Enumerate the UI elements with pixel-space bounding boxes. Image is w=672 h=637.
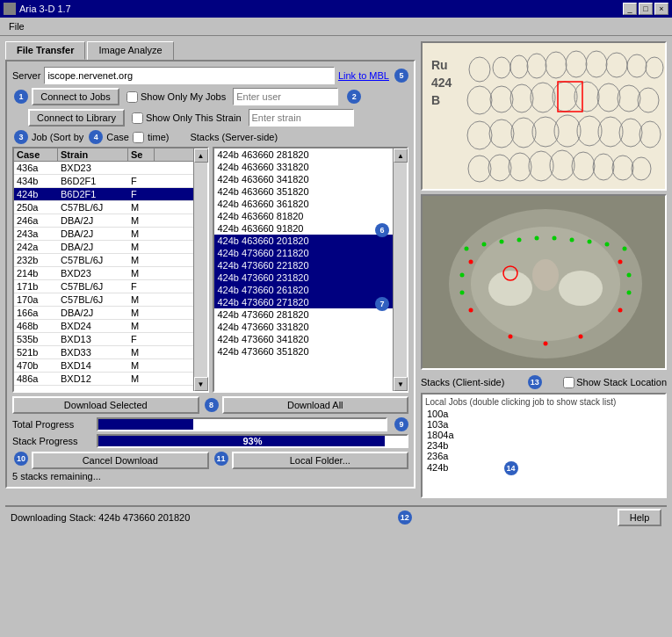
list-item[interactable]: 100a — [425, 409, 662, 419]
user-input[interactable] — [233, 88, 338, 105]
list-item[interactable]: 424b 14 — [425, 461, 662, 475]
list-item[interactable]: 424b 463660 81820 — [214, 210, 394, 222]
job-list-scrollbar[interactable]: ▲ ▼ — [193, 148, 207, 391]
window-title: Aria 3-D 1.7 — [19, 4, 71, 14]
list-item[interactable]: 424b 463660 91820 6 — [214, 222, 394, 235]
list-item[interactable]: 424b 463660 281820 — [214, 148, 394, 161]
list-item[interactable]: 424b 473660 331820 — [214, 321, 394, 333]
stacks-list-scrollbar[interactable]: ▲ ▼ — [393, 148, 407, 391]
scroll-up-btn[interactable]: ▲ — [194, 148, 208, 163]
title-bar: Aria 3-D 1.7 _ □ × — [0, 0, 672, 18]
stacks-scroll-down-btn[interactable]: ▼ — [394, 377, 408, 391]
svg-point-54 — [553, 236, 557, 241]
app-icon — [4, 3, 16, 15]
list-item[interactable]: 424b 473660 271820 7 — [214, 296, 394, 308]
time-sort-checkbox[interactable] — [133, 132, 144, 143]
server-label: Server — [12, 70, 40, 81]
link-to-mbl-button[interactable]: Link to MBL — [338, 70, 389, 81]
list-item[interactable]: 424b 473660 211820 — [214, 247, 394, 259]
table-row[interactable]: 468bBXD24M — [14, 320, 193, 333]
local-folder-button[interactable]: Local Folder... — [232, 452, 409, 469]
maximize-button[interactable]: □ — [639, 3, 653, 15]
list-item[interactable]: 236a — [425, 451, 662, 461]
list-item[interactable]: 424b 473660 221820 — [214, 259, 394, 271]
table-row[interactable]: 171bC57BL/6JF — [14, 280, 193, 293]
stacks-scroll-track[interactable] — [394, 163, 407, 377]
svg-point-53 — [535, 236, 539, 241]
stacks-scroll-up-btn[interactable]: ▲ — [394, 148, 408, 163]
file-menu[interactable]: File — [4, 19, 30, 33]
total-progress-row: Total Progress 33% 9 — [12, 417, 408, 431]
svg-point-46 — [559, 271, 603, 306]
badge-14: 14 — [504, 461, 518, 475]
list-item[interactable]: 424b 463660 361820 — [214, 198, 394, 210]
list-item[interactable]: 424b 463660 351820 — [214, 185, 394, 198]
right-panel: Ru 424 B — [421, 41, 667, 498]
badge-7: 7 — [375, 297, 389, 311]
list-item[interactable]: 424b 473660 281820 — [214, 308, 394, 321]
list-item[interactable]: 424b 463660 341820 — [214, 173, 394, 185]
table-row[interactable]: 243aDBA/2JM — [14, 228, 193, 241]
scroll-track[interactable] — [194, 163, 207, 377]
svg-point-47 — [532, 259, 559, 291]
table-row[interactable]: 434bB6D2F1F — [14, 175, 193, 188]
client-stacks-label-text: Stacks (Client-side) — [421, 377, 504, 387]
close-button[interactable]: × — [654, 3, 668, 15]
svg-point-52 — [517, 238, 522, 242]
svg-point-63 — [469, 260, 473, 264]
svg-point-68 — [509, 335, 513, 339]
table-row[interactable]: 170aC57BL/6JM — [14, 293, 193, 307]
strain-input[interactable] — [249, 109, 354, 127]
table-row[interactable]: 166aDBA/2JM — [14, 307, 193, 320]
strain-header: Strain — [58, 148, 128, 161]
downloading-status: Downloading Stack: 424b 473660 201820 — [11, 512, 190, 523]
show-stack-location-checkbox[interactable] — [563, 377, 574, 388]
table-row[interactable]: 242aDBA/2JM — [14, 241, 193, 254]
list-item[interactable]: 424b 473660 231820 — [214, 271, 394, 284]
list-item[interactable]: 424b 473660 261820 — [214, 284, 394, 296]
connect-library-button[interactable]: Connect to Library — [28, 109, 125, 127]
svg-point-62 — [627, 291, 632, 295]
download-all-button[interactable]: Download All — [222, 396, 409, 414]
cancel-download-button[interactable]: Cancel Download — [32, 452, 209, 469]
show-my-jobs-checkbox[interactable] — [126, 91, 138, 103]
table-row[interactable]: 436aBXD23 — [14, 162, 193, 175]
svg-point-45 — [488, 271, 532, 306]
download-selected-button[interactable]: Download Selected — [12, 396, 199, 414]
table-row[interactable]: 424bB6D2F1F — [14, 188, 193, 201]
tab-file-transfer[interactable]: File Transfer — [5, 41, 85, 60]
list-item[interactable]: 234b — [425, 440, 662, 451]
table-row[interactable]: 214bBXD23M — [14, 267, 193, 280]
server-input[interactable] — [44, 67, 335, 84]
list-item[interactable]: 424b 473660 351820 — [214, 345, 394, 358]
table-row[interactable]: 250aC57BL/6JM — [14, 201, 193, 214]
table-row[interactable]: 486aBXD12M — [14, 373, 193, 386]
list-item[interactable]: 424b 463660 201820 — [214, 235, 394, 247]
svg-point-66 — [618, 308, 623, 313]
job-list-rows: 436aBXD23 434bB6D2F1F 424bB6D2F1F 250aC5… — [14, 162, 193, 386]
stacks-list-rows: 424b 463660 281820 424b 463660 331820 42… — [214, 148, 394, 358]
minimize-button[interactable]: _ — [623, 3, 637, 15]
table-row[interactable]: 470bBXD14M — [14, 359, 193, 373]
svg-point-50 — [482, 242, 487, 247]
help-button[interactable]: Help — [618, 509, 661, 526]
scroll-down-btn[interactable]: ▼ — [194, 377, 208, 391]
list-item[interactable]: 424b 473660 341820 — [214, 333, 394, 345]
progress-section: Total Progress 33% 9 Stack Progress 93% — [12, 417, 408, 448]
tab-image-analyze[interactable]: Image Analyze — [87, 41, 173, 60]
list-item[interactable]: 103a — [425, 419, 662, 430]
connect-jobs-button[interactable]: Connect to Jobs — [32, 88, 119, 105]
table-row[interactable]: 246aDBA/2JM — [14, 214, 193, 228]
svg-text:B: B — [431, 93, 440, 107]
table-row[interactable]: 521bBXD33M — [14, 346, 193, 359]
list-item[interactable]: 424b 463660 331820 — [214, 161, 394, 173]
menu-bar: File — [0, 18, 672, 36]
stacks-list-inner: 424b 463660 281820 424b 463660 331820 42… — [214, 148, 394, 391]
svg-point-49 — [465, 247, 469, 251]
table-row[interactable]: 535bBXD13F — [14, 333, 193, 346]
list-item[interactable]: 1804a — [425, 430, 662, 440]
show-my-jobs-label: Show Only My Jobs — [126, 91, 226, 103]
badge-2: 2 — [347, 90, 361, 104]
table-row[interactable]: 232bC57BL/6JM — [14, 254, 193, 267]
show-strain-checkbox[interactable] — [132, 112, 143, 124]
